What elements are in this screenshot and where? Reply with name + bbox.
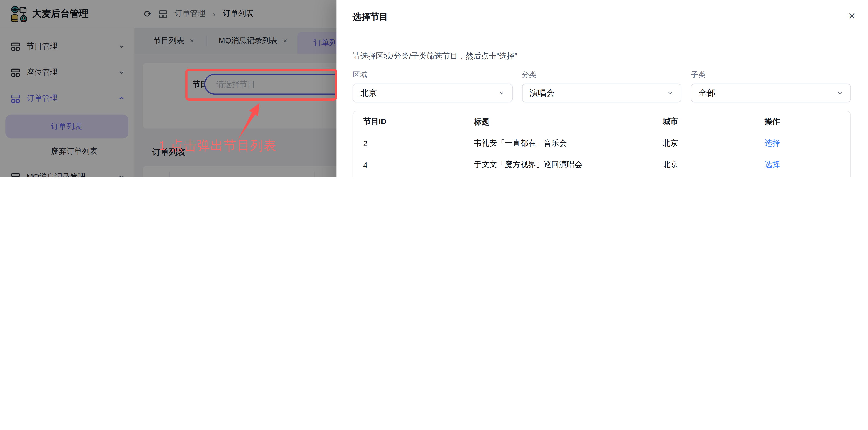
column-header: 操作 [765,117,851,127]
cell-city: 北京 [662,138,764,148]
column-header: 城市 [662,117,764,127]
column-header: 节目ID [353,117,474,127]
program-table-header: 节目ID标题城市操作 [353,111,850,132]
select-link[interactable]: 选择 [765,160,780,168]
filter-label: 分类 [522,70,682,80]
cell-title: 韦礼安「一直都在」音乐会 [474,137,663,149]
modal-filters: 区域 北京 分类 演唱会 子类 全部 [353,70,851,102]
filter-select[interactable]: 全部 [691,84,851,102]
select-program-modal: 选择节目 ✕ 请选择区域/分类/子类筛选节目，然后点击“选择” 区域 北京 分类… [337,0,868,177]
cell-title: 于文文「魔方视界」巡回演唱会 [474,159,663,171]
modal-instruction: 请选择区域/分类/子类筛选节目，然后点击“选择” [353,52,517,62]
program-table: 节目ID标题城市操作 2 韦礼安「一直都在」音乐会 北京 选择 4 于文文「魔方… [353,111,851,177]
modal-filter: 区域 北京 [353,70,513,102]
modal-title: 选择节目 [353,11,388,23]
filter-select-value: 演唱会 [530,88,667,98]
filter-label: 区域 [353,70,513,80]
modal-filter: 分类 演唱会 [522,70,682,102]
filter-label: 子类 [691,70,851,80]
chevron-down-icon [498,90,505,96]
filter-select-value: 全部 [699,88,836,98]
cell-program-id: 2 [353,139,474,148]
filter-select[interactable]: 北京 [353,84,513,102]
modal-filter: 子类 全部 [691,70,851,102]
close-icon[interactable]: ✕ [848,10,856,22]
table-row: 10 【乐队的春天】超燃乐队现场滚烫开燥｜蹦迪开火车｜室内音乐节式LIVE｜ 乐… [353,176,850,177]
chevron-down-icon [836,90,843,96]
filter-select-value: 北京 [361,88,498,98]
cell-program-id: 4 [353,160,474,169]
filter-select[interactable]: 演唱会 [522,84,682,102]
select-link[interactable]: 选择 [765,138,780,147]
screen: 大麦后台管理 ⟳ 订单管理 › 订单列表 节目管理 座位管理 [0,0,868,177]
program-table-body: 2 韦礼安「一直都在」音乐会 北京 选择 4 于文文「魔方视界」巡回演唱会 北京… [353,132,850,177]
chevron-down-icon [667,90,674,96]
table-row: 4 于文文「魔方视界」巡回演唱会 北京 选择 [353,154,850,176]
table-row: 2 韦礼安「一直都在」音乐会 北京 选择 [353,132,850,154]
cell-city: 北京 [662,160,764,170]
column-header: 标题 [474,116,663,128]
